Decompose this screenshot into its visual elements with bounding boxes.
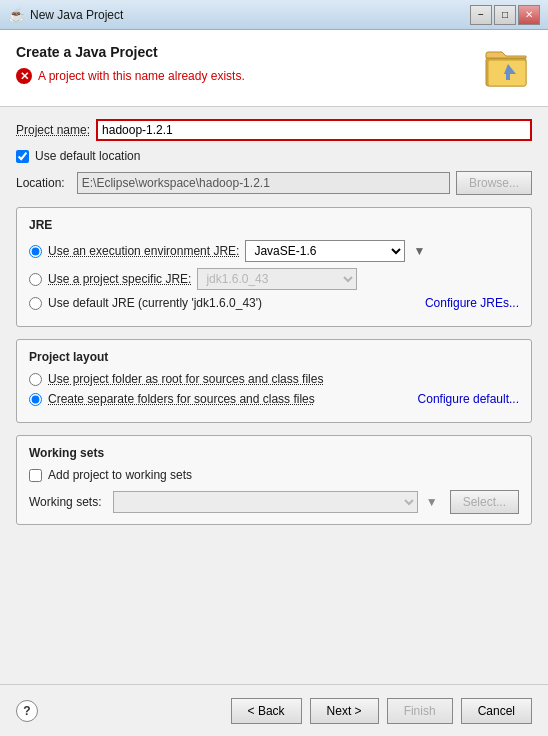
default-location-row: Use default location bbox=[16, 149, 532, 163]
dialog-title: Create a Java Project bbox=[16, 44, 472, 60]
configure-default-link[interactable]: Configure default... bbox=[418, 392, 519, 406]
working-sets-title: Working sets bbox=[29, 446, 519, 460]
jre-execution-env-radio[interactable] bbox=[29, 245, 42, 258]
dialog: Create a Java Project ✕ A project with t… bbox=[0, 30, 548, 736]
project-layout-section: Project layout Use project folder as roo… bbox=[16, 339, 532, 423]
jre-option3-row: Use default JRE (currently 'jdk1.6.0_43'… bbox=[29, 296, 519, 310]
layout-option1-label[interactable]: Use project folder as root for sources a… bbox=[48, 372, 323, 386]
layout-option2-label[interactable]: Create separate folders for sources and … bbox=[48, 392, 315, 406]
cancel-button[interactable]: Cancel bbox=[461, 698, 532, 724]
close-button[interactable]: ✕ bbox=[518, 5, 540, 25]
location-label: Location: bbox=[16, 176, 65, 190]
back-button[interactable]: < Back bbox=[231, 698, 302, 724]
jre-project-specific-radio[interactable] bbox=[29, 273, 42, 286]
location-row: Location: Browse... bbox=[16, 171, 532, 195]
project-name-label: Project name: bbox=[16, 123, 90, 137]
location-input bbox=[77, 172, 450, 194]
add-working-sets-row: Add project to working sets bbox=[29, 468, 519, 482]
jre-option1-label[interactable]: Use an execution environment JRE: bbox=[48, 244, 239, 258]
folder-icon bbox=[484, 44, 532, 92]
layout-separate-folders-radio[interactable] bbox=[29, 393, 42, 406]
jre-option2-label[interactable]: Use a project specific JRE: bbox=[48, 272, 191, 286]
project-name-row: Project name: bbox=[16, 119, 532, 141]
dialog-body: Project name: Use default location Locat… bbox=[0, 107, 548, 684]
header-text-area: Create a Java Project ✕ A project with t… bbox=[16, 44, 472, 84]
jre-section: JRE Use an execution environment JRE: Ja… bbox=[16, 207, 532, 327]
error-text: A project with this name already exists. bbox=[38, 69, 245, 83]
next-button[interactable]: Next > bbox=[310, 698, 379, 724]
jre-execution-env-select[interactable]: JavaSE-1.6 JavaSE-1.7 JavaSE-1.8 bbox=[245, 240, 405, 262]
jre-project-specific-select: jdk1.6.0_43 bbox=[197, 268, 357, 290]
maximize-button[interactable]: □ bbox=[494, 5, 516, 25]
jre-default-radio[interactable] bbox=[29, 297, 42, 310]
working-sets-select bbox=[113, 491, 417, 513]
layout-option1-row: Use project folder as root for sources a… bbox=[29, 372, 519, 386]
window-icon: ☕ bbox=[8, 7, 24, 23]
help-button[interactable]: ? bbox=[16, 700, 38, 722]
error-message-row: ✕ A project with this name already exist… bbox=[16, 68, 472, 84]
minimize-button[interactable]: − bbox=[470, 5, 492, 25]
working-sets-section: Working sets Add project to working sets… bbox=[16, 435, 532, 525]
jre-section-title: JRE bbox=[29, 218, 519, 232]
window-controls: − □ ✕ bbox=[470, 5, 540, 25]
browse-button[interactable]: Browse... bbox=[456, 171, 532, 195]
dialog-header: Create a Java Project ✕ A project with t… bbox=[0, 30, 548, 107]
working-sets-select-row: Working sets: ▼ Select... bbox=[29, 490, 519, 514]
finish-button: Finish bbox=[387, 698, 453, 724]
dialog-footer: ? < Back Next > Finish Cancel bbox=[0, 684, 548, 736]
add-to-working-sets-checkbox[interactable] bbox=[29, 469, 42, 482]
jre-option3-label[interactable]: Use default JRE (currently 'jdk1.6.0_43'… bbox=[48, 296, 262, 310]
svg-rect-3 bbox=[506, 74, 510, 80]
error-icon: ✕ bbox=[16, 68, 32, 84]
project-layout-title: Project layout bbox=[29, 350, 519, 364]
title-bar: ☕ New Java Project − □ ✕ bbox=[0, 0, 548, 30]
empty-space bbox=[16, 537, 532, 597]
use-default-location-label[interactable]: Use default location bbox=[35, 149, 140, 163]
layout-option2-row: Create separate folders for sources and … bbox=[29, 392, 519, 406]
use-default-location-checkbox[interactable] bbox=[16, 150, 29, 163]
window-title: New Java Project bbox=[30, 8, 470, 22]
select-working-sets-button: Select... bbox=[450, 490, 519, 514]
working-sets-label: Working sets: bbox=[29, 495, 101, 509]
jre-option2-row: Use a project specific JRE: jdk1.6.0_43 bbox=[29, 268, 519, 290]
configure-jres-link[interactable]: Configure JREs... bbox=[425, 296, 519, 310]
project-name-input[interactable] bbox=[96, 119, 532, 141]
layout-project-folder-radio[interactable] bbox=[29, 373, 42, 386]
jre-option1-row: Use an execution environment JRE: JavaSE… bbox=[29, 240, 519, 262]
add-working-sets-label[interactable]: Add project to working sets bbox=[48, 468, 192, 482]
